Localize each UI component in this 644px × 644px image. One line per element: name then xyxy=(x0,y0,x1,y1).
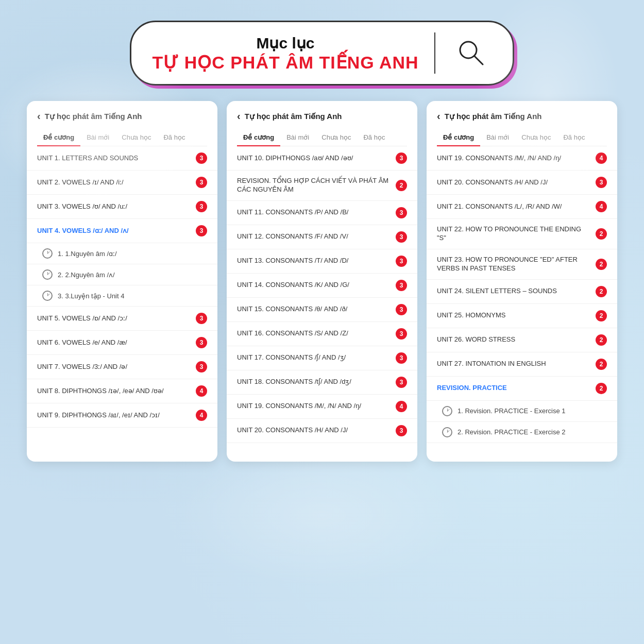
badge: 3 xyxy=(196,201,207,212)
title-box: Mục lục TỰ HỌC PHÁT ÂM TIẾNG ANH xyxy=(130,21,514,86)
panel-nav: ‹Tự học phát âm Tiếng Anh xyxy=(237,110,407,122)
list-item[interactable]: UNIT 25. HOMONYMS2 xyxy=(427,304,617,328)
sub-item[interactable]: 2. 2.Nguyên âm /ʌ/ xyxy=(27,264,217,285)
list-item-text: UNIT 2. VOWELS /ɪ/ AND /iː/ xyxy=(37,178,192,187)
badge: 3 xyxy=(396,328,407,340)
list-item-text: UNIT 4. VOWELS /ɑː/ AND /ʌ/ xyxy=(37,227,192,235)
tab-bài-mới[interactable]: Bài mới xyxy=(280,129,315,146)
tab-bài-mới[interactable]: Bài mới xyxy=(80,129,115,146)
badge: 2 xyxy=(596,228,607,240)
list-item[interactable]: UNIT 17. CONSONANTS /ʃ/ AND /ʒ/3 xyxy=(227,346,417,370)
search-icon-area[interactable] xyxy=(451,38,492,69)
list-item[interactable]: UNIT 22. HOW TO PRONOUNCE THE ENDING "S"… xyxy=(427,219,617,249)
badge: 4 xyxy=(196,410,207,421)
list-item[interactable]: UNIT 4. VOWELS /ɑː/ AND /ʌ/3 xyxy=(27,219,217,243)
back-button[interactable]: ‹ xyxy=(37,110,41,122)
sub-item-text: 2. Revision. PRACTICE - Exercise 2 xyxy=(457,428,566,436)
list-item[interactable]: UNIT 7. VOWELS /3ː/ AND /ə/3 xyxy=(27,355,217,379)
clock-icon xyxy=(42,291,53,301)
badge: 2 xyxy=(596,310,607,321)
badge: 3 xyxy=(196,177,207,188)
list-item-text: UNIT 21. CONSONANTS /L/, /R/ AND /W/ xyxy=(437,202,591,211)
list-item-text: UNIT 27. INTONATION IN ENGLISH xyxy=(437,360,591,368)
tab-đề-cương[interactable]: Đề cương xyxy=(237,129,280,146)
title-text-area: Mục lục TỰ HỌC PHÁT ÂM TIẾNG ANH xyxy=(152,34,418,73)
list-item-text: UNIT 12. CONSONANTS /F/ AND /V/ xyxy=(237,232,392,241)
list-item[interactable]: UNIT 16. CONSONANTS /S/ AND /Z/3 xyxy=(227,322,417,346)
panel-title: Tự học phát âm Tiếng Anh xyxy=(245,112,342,121)
list-item[interactable]: UNIT 26. WORD STRESS2 xyxy=(427,328,617,352)
list-item[interactable]: UNIT 11. CONSONANTS /P/ AND /B/3 xyxy=(227,201,417,225)
list-item-text: UNIT 17. CONSONANTS /ʃ/ AND /ʒ/ xyxy=(237,353,392,362)
panels-container: ‹Tự học phát âm Tiếng AnhĐề cươngBài mới… xyxy=(0,101,644,462)
badge: 3 xyxy=(396,256,407,267)
sub-item-text: 2. 2.Nguyên âm /ʌ/ xyxy=(58,271,115,279)
tab-đề-cương[interactable]: Đề cương xyxy=(437,129,480,146)
badge: 4 xyxy=(396,401,407,412)
list-item[interactable]: REVISION. TỔNG HỢP CÁCH VIẾT VÀ PHÁT ÂM … xyxy=(227,171,417,201)
list-item[interactable]: UNIT 18. CONSONANTS /tʃ/ AND /dʒ/3 xyxy=(227,370,417,395)
tab-đã-học[interactable]: Đã học xyxy=(157,129,191,146)
list-item[interactable]: UNIT 21. CONSONANTS /L/, /R/ AND /W/4 xyxy=(427,195,617,219)
badge: 2 xyxy=(396,180,407,191)
badge: 4 xyxy=(596,201,607,212)
list-item[interactable]: UNIT 12. CONSONANTS /F/ AND /V/3 xyxy=(227,225,417,249)
sub-item[interactable]: 3. 3.Luyện tập - Unit 4 xyxy=(27,285,217,307)
tab-bài-mới[interactable]: Bài mới xyxy=(480,129,515,146)
list-item[interactable]: UNIT 3. VOWELS /ʊ/ AND /uː/3 xyxy=(27,195,217,219)
list-item-text: UNIT 20. CONSONANTS /H/ AND /J/ xyxy=(437,178,591,187)
tab-chưa-học[interactable]: Chưa học xyxy=(115,129,157,146)
list-item[interactable]: UNIT 10. DIPHTHONGS /aʊ/ AND /əʊ/3 xyxy=(227,146,417,171)
clock-icon xyxy=(42,248,53,259)
list-item-text: UNIT 19. CONSONANTS /M/, /N/ AND /ŋ/ xyxy=(437,154,591,163)
list-item[interactable]: UNIT 27. INTONATION IN ENGLISH2 xyxy=(427,352,617,377)
list-item[interactable]: UNIT 9. DIPHTHONGS /aɪ/, /eɪ/ AND /ɔɪ/4 xyxy=(27,403,217,428)
list-item[interactable]: UNIT 20. CONSONANTS /H/ AND /J/3 xyxy=(227,419,417,443)
sub-item[interactable]: 1. Revision. PRACTICE - Exercise 1 xyxy=(427,401,617,422)
list-item[interactable]: UNIT 15. CONSONANTS /θ/ AND /ð/3 xyxy=(227,298,417,322)
tab-chưa-học[interactable]: Chưa học xyxy=(315,129,357,146)
list-item[interactable]: REVISION. PRACTICE2 xyxy=(427,377,617,401)
list-item[interactable]: UNIT 5. VOWELS /ɒ/ AND /ɔː/3 xyxy=(27,307,217,331)
list-item[interactable]: UNIT 2. VOWELS /ɪ/ AND /iː/3 xyxy=(27,171,217,195)
tab-chưa-học[interactable]: Chưa học xyxy=(515,129,557,146)
list-item[interactable]: UNIT 8. DIPHTHONGS /ɪə/, /eə/ AND /ʊə/4 xyxy=(27,379,217,403)
header: Mục lục TỰ HỌC PHÁT ÂM TIẾNG ANH xyxy=(0,0,644,101)
list-item[interactable]: UNIT 1. LETTERS AND SOUNDS3 xyxy=(27,146,217,171)
back-button[interactable]: ‹ xyxy=(437,110,440,122)
badge: 3 xyxy=(396,304,407,315)
list-item[interactable]: UNIT 13. CONSONANTS /T/ AND /D/3 xyxy=(227,249,417,274)
list-item-text: UNIT 13. CONSONANTS /T/ AND /D/ xyxy=(237,257,392,265)
panel-title: Tự học phát âm Tiếng Anh xyxy=(45,112,142,121)
tab-đề-cương[interactable]: Đề cương xyxy=(37,129,80,146)
panel-1: ‹Tự học phát âm Tiếng AnhĐề cươngBài mới… xyxy=(27,101,217,462)
clock-icon xyxy=(442,406,452,416)
tab-đã-học[interactable]: Đã học xyxy=(357,129,391,146)
list-item-text: UNIT 14. CONSONANTS /K/ AND /G/ xyxy=(237,281,392,290)
badge: 3 xyxy=(196,225,207,236)
sub-item[interactable]: 2. Revision. PRACTICE - Exercise 2 xyxy=(427,422,617,443)
back-button[interactable]: ‹ xyxy=(237,110,241,122)
sub-item[interactable]: 1. 1.Nguyên âm /ɑː/ xyxy=(27,243,217,264)
panel-2: ‹Tự học phát âm Tiếng AnhĐề cươngBài mới… xyxy=(227,101,417,462)
list-item-text: UNIT 10. DIPHTHONGS /aʊ/ AND /əʊ/ xyxy=(237,154,392,163)
main-title: TỰ HỌC PHÁT ÂM TIẾNG ANH xyxy=(152,52,418,73)
sub-item-text: 1. 1.Nguyên âm /ɑː/ xyxy=(58,250,117,258)
badge: 2 xyxy=(596,334,607,346)
list-item[interactable]: UNIT 19. CONSONANTS /M/, /N/ AND /ŋ/4 xyxy=(427,146,617,171)
badge: 3 xyxy=(596,177,607,188)
list-item[interactable]: UNIT 20. CONSONANTS /H/ AND /J/3 xyxy=(427,171,617,195)
list-item[interactable]: UNIT 23. HOW TO PRONOUNCE "ED" AFTER VER… xyxy=(427,249,617,280)
badge: 3 xyxy=(396,377,407,388)
list-item[interactable]: UNIT 24. SILENT LETTERS – SOUNDS2 xyxy=(427,280,617,304)
badge: 3 xyxy=(396,231,407,243)
list-item[interactable]: UNIT 19. CONSONANTS /M/, /N/ AND /ŋ/4 xyxy=(227,395,417,419)
badge: 3 xyxy=(396,280,407,291)
list-item[interactable]: UNIT 6. VOWELS /e/ AND /æ/3 xyxy=(27,331,217,355)
list-item-text: UNIT 7. VOWELS /3ː/ AND /ə/ xyxy=(37,363,192,371)
list-item-text: UNIT 16. CONSONANTS /S/ AND /Z/ xyxy=(237,329,392,338)
badge: 2 xyxy=(596,383,607,394)
list-item[interactable]: UNIT 14. CONSONANTS /K/ AND /G/3 xyxy=(227,274,417,298)
sub-item-text: 3. 3.Luyện tập - Unit 4 xyxy=(58,292,124,300)
tab-đã-học[interactable]: Đã học xyxy=(557,129,591,146)
